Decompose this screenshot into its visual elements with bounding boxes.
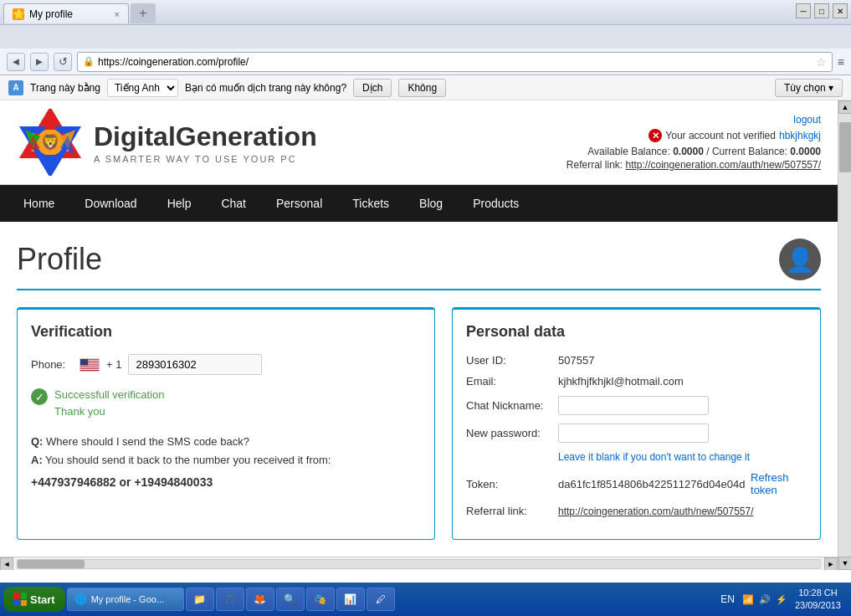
scroll-right-btn[interactable]: ►: [824, 557, 838, 571]
minimize-btn[interactable]: ─: [796, 3, 811, 18]
nav-chat[interactable]: Chat: [206, 185, 261, 222]
new-password-label: New password:: [466, 427, 558, 439]
a-label: A:: [31, 454, 43, 466]
verify-link[interactable]: hbkjhkgkj: [779, 130, 821, 141]
translate-icon: A: [8, 80, 23, 95]
chat-nickname-label: Chat Nickname:: [466, 399, 558, 412]
page-title: Profile: [17, 242, 102, 277]
page-title-area: Profile 👤: [17, 239, 821, 290]
logo-title-bold: Generation: [176, 121, 317, 151]
email-value: kjhkfhjfkhjkl@hotmail.com: [558, 375, 684, 388]
back-btn[interactable]: ◄: [7, 53, 25, 71]
user-id-row: User ID: 507557: [466, 354, 807, 367]
scroll-up-btn[interactable]: ▲: [838, 100, 851, 114]
header-referral-line: Referral link: http://coingeneration.com…: [566, 159, 821, 171]
header-referral-label: Referral link:: [566, 159, 623, 171]
token-value: da61fc1f8514806b422511276d04e04d: [558, 478, 745, 490]
translate-bar: A Trang này bằng Tiếng Anh Bạn có muốn d…: [0, 75, 851, 100]
menu-icon[interactable]: ≡: [838, 55, 844, 69]
refresh-btn[interactable]: ↺: [54, 53, 72, 71]
referral-data-link[interactable]: http://coingeneration.com/auth/new/50755…: [558, 506, 754, 517]
logo-area: 🦁 DigitalGeneration A SMARTER WAY: [17, 109, 317, 176]
language-select[interactable]: Tiếng Anh: [107, 79, 178, 97]
scroll-down-btn[interactable]: ▼: [838, 557, 851, 570]
success-row: ✓ Successfull verification Thank you: [31, 387, 421, 419]
vertical-scrollbar: ▲ ▼: [838, 100, 851, 570]
forward-btn[interactable]: ►: [30, 53, 49, 71]
browser-tab[interactable]: ⭐ My profile ×: [3, 3, 129, 23]
new-password-input[interactable]: [558, 424, 709, 443]
content-area: 🦁 DigitalGeneration A SMARTER WAY: [0, 100, 838, 570]
a-text: You should send it back to the number yo…: [45, 454, 331, 466]
no-translate-btn[interactable]: Không: [398, 79, 446, 97]
scroll-v-thumb[interactable]: [839, 122, 851, 172]
scroll-v-track[interactable]: [838, 114, 851, 557]
tab-title: My profile: [29, 8, 73, 20]
question-row: Q: Where should I send the SMS code back…: [31, 433, 421, 451]
profile-sections: Verification Phone: + 1 ✓ Successfull ve…: [17, 307, 821, 540]
balance-line: Available Balance: 0.0000 / Current Bala…: [566, 146, 821, 157]
lock-icon: 🔒: [83, 56, 95, 67]
phone-row: Phone: + 1: [31, 354, 421, 375]
user-id-label: User ID:: [466, 354, 558, 367]
new-tab-btn[interactable]: +: [131, 3, 156, 23]
nav-personal[interactable]: Personal: [261, 185, 337, 222]
password-hint: Leave it blank if you don't want to chan…: [558, 451, 807, 463]
header-referral-link[interactable]: http://coingeneration.com/auth/new/50755…: [626, 159, 822, 171]
success-text: Successfull verification Thank you: [54, 387, 165, 419]
qa-section: Q: Where should I send the SMS code back…: [31, 433, 421, 493]
nav-download[interactable]: Download: [69, 185, 151, 222]
available-balance: 0.0000: [673, 146, 704, 157]
current-balance-label: / Current Balance:: [706, 146, 787, 157]
nav-home[interactable]: Home: [8, 185, 69, 222]
scrollbar-track[interactable]: [17, 559, 821, 569]
logo-title: DigitalGeneration: [94, 121, 317, 152]
main-content: Profile 👤 Verification Phone: + 1: [0, 222, 838, 557]
email-label: Email:: [466, 375, 558, 388]
logo-text: DigitalGeneration A SMARTER WAY TO USE Y…: [94, 121, 317, 164]
phone2: +19494840033: [134, 475, 213, 489]
q-text: Where should I send the SMS code back?: [46, 435, 249, 448]
current-balance: 0.0000: [790, 146, 821, 157]
translate-btn[interactable]: Dịch: [353, 79, 392, 97]
success-icon: ✓: [31, 388, 48, 405]
nav-blog[interactable]: Blog: [404, 185, 458, 222]
q-label: Q:: [31, 435, 43, 448]
tab-close-btn[interactable]: ×: [115, 9, 120, 19]
phone1: +447937946882: [31, 475, 116, 489]
logo-subtitle: A SMARTER WAY TO USE YOUR PC: [94, 154, 317, 164]
nav-tickets[interactable]: Tickets: [337, 185, 404, 222]
chat-nickname-input[interactable]: [558, 396, 709, 415]
url-box[interactable]: 🔒 https://coingeneration.com/profile/ ☆: [77, 52, 833, 72]
or-text: or: [120, 475, 131, 489]
success-line1: Successfull verification: [54, 387, 165, 403]
new-password-row: New password:: [466, 424, 807, 443]
bookmark-icon[interactable]: ☆: [816, 55, 827, 69]
refresh-token-link[interactable]: Refresh token: [751, 471, 807, 496]
account-status: ✕ Your account not verified hbkjhkgkj: [566, 129, 821, 142]
nav-products[interactable]: Products: [458, 185, 534, 222]
answer-row: A: You should send it back to the number…: [31, 451, 421, 470]
logo-title-normal: Digital: [94, 121, 176, 151]
close-btn[interactable]: ✕: [833, 3, 848, 18]
scroll-left-btn[interactable]: ◄: [0, 557, 13, 571]
browser-chrome: ⭐ My profile × + ─ □ ✕ ◄ ► ↺ 🔒 https://c…: [0, 0, 851, 100]
header-right: logout ✕ Your account not verified hbkjh…: [566, 114, 821, 171]
verification-box: Verification Phone: + 1 ✓ Successfull ve…: [17, 307, 435, 540]
nav-help[interactable]: Help: [152, 185, 207, 222]
site-logo: 🦁: [17, 109, 84, 176]
profile-icon: 👤: [779, 239, 821, 280]
phone-input[interactable]: [128, 354, 262, 375]
logout-link[interactable]: logout: [793, 114, 821, 126]
success-line2: Thank you: [54, 403, 165, 420]
maximize-btn[interactable]: □: [814, 3, 829, 18]
error-icon: ✕: [649, 129, 662, 142]
address-bar: ◄ ► ↺ 🔒 https://coingeneration.com/profi…: [0, 49, 851, 75]
country-code: + 1: [106, 358, 121, 371]
site-nav: Home Download Help Chat Personal Tickets…: [0, 185, 838, 222]
scrollbar-thumb[interactable]: [18, 560, 85, 568]
not-verified-text: Your account not verified: [665, 130, 776, 141]
browser-viewport: 🦁 DigitalGeneration A SMARTER WAY: [0, 100, 851, 570]
token-label: Token:: [466, 478, 558, 490]
options-btn[interactable]: Tùy chọn ▾: [775, 79, 843, 97]
